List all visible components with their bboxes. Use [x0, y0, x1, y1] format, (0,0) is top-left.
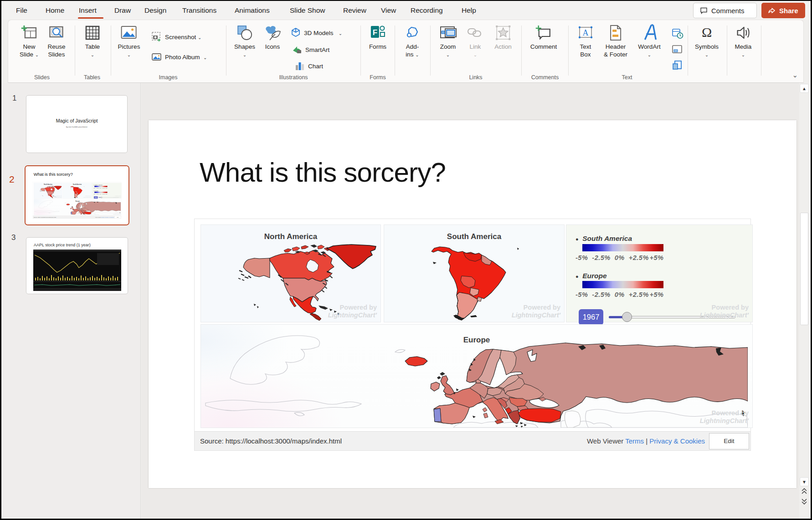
svg-text:A: A [583, 28, 589, 37]
svg-text:Ω: Ω [702, 25, 712, 40]
svg-text:F: F [373, 28, 377, 37]
